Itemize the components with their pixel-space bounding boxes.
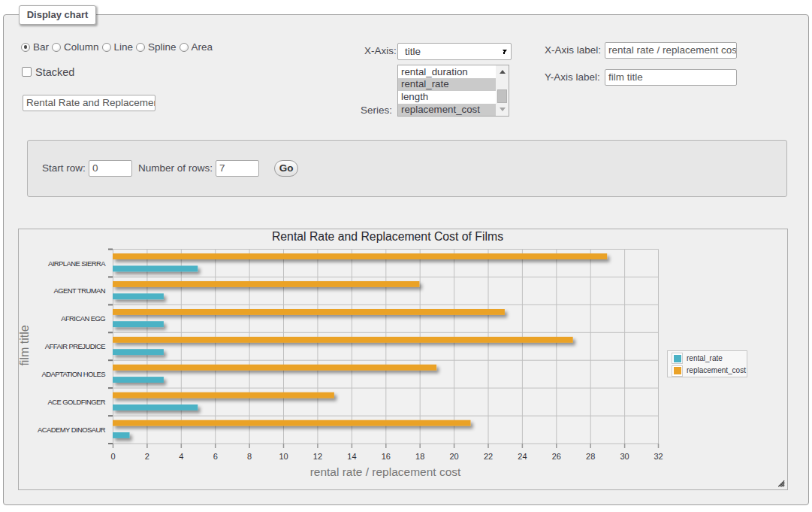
svg-text:ACE GOLDFINGER: ACE GOLDFINGER (47, 398, 105, 406)
svg-text:ADAPTATION HOLES: ADAPTATION HOLES (41, 370, 105, 378)
svg-text:28: 28 (586, 452, 595, 461)
svg-text:rental rate / replacement cost: rental rate / replacement cost (310, 465, 461, 478)
svg-text:AFFAIR PREJUDICE: AFFAIR PREJUDICE (45, 342, 105, 350)
svg-text:AFRICAN EGG: AFRICAN EGG (61, 314, 105, 323)
svg-text:Rental Rate and Replacement Co: Rental Rate and Replacement Cost of Film… (272, 230, 503, 243)
svg-text:20: 20 (449, 452, 458, 461)
svg-text:26: 26 (552, 452, 561, 461)
svg-text:10: 10 (279, 452, 288, 461)
svg-text:32: 32 (654, 452, 663, 461)
svg-text:14: 14 (347, 452, 356, 461)
svg-text:16: 16 (382, 452, 391, 461)
svg-text:AIRPLANE SIERRA: AIRPLANE SIERRA (48, 259, 106, 268)
svg-text:2: 2 (145, 452, 149, 461)
svg-text:4: 4 (179, 452, 183, 461)
svg-text:30: 30 (620, 452, 629, 461)
svg-text:18: 18 (415, 452, 424, 461)
svg-text:0: 0 (110, 452, 115, 461)
svg-text:22: 22 (484, 452, 493, 461)
svg-text:film title: film title (19, 325, 31, 365)
svg-text:8: 8 (247, 452, 252, 461)
svg-text:AGENT TRUMAN: AGENT TRUMAN (54, 286, 106, 295)
svg-text:6: 6 (213, 452, 218, 461)
svg-text:ACADEMY DINOSAUR: ACADEMY DINOSAUR (38, 426, 106, 434)
svg-text:12: 12 (313, 452, 322, 461)
svg-text:24: 24 (518, 452, 527, 461)
